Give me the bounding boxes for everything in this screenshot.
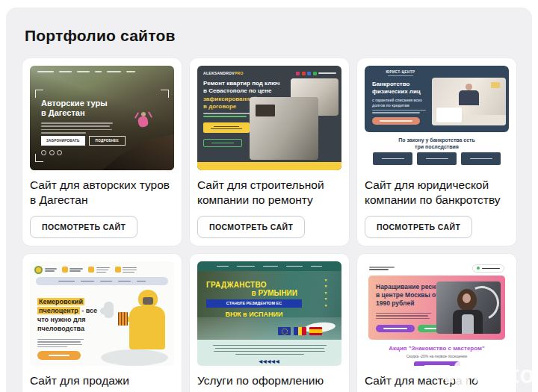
view-site-button[interactable]: ПОСМОТРЕТЬ САЙТ [197,216,305,238]
master-photo [436,281,501,334]
portfolio-card-renovation: ALEKSANDROVPRO Ремонт квартир под ключ в… [190,58,349,246]
view-site-button[interactable]: ПОСМОТРЕТЬ САЙТ [30,216,137,238]
thumb-headline: Кемеровский пчелоцентр - все что нужно д… [37,297,97,334]
location-icon [62,267,68,273]
portfolio-grid: Авторские туры в Дагестан ЗАБРОНИРОВАТЬ … [22,58,516,392]
promo-subtitle: Скидка -20% на первое посещение [365,354,509,358]
thumb-text-placeholder [372,110,426,113]
thumb-more-button: ПОДРОБНЕЕ [89,136,126,146]
site-thumbnail-residence[interactable]: ГРАДЖАНСТВО в РУМЫНИИ СТАНЬТЕ РЕЗИДЕНТОМ… [197,261,341,366]
corner-bracket-icon [161,90,169,98]
thumb-logo-icon [34,266,43,274]
thumb-nav-placeholder [37,71,167,72]
thumb-calc-button [203,122,250,133]
site-thumbnail-beekeeping[interactable]: Кемеровский пчелоцентр - все что нужно д… [30,261,174,366]
thumb-book-button: ЗАБРОНИРОВАТЬ [41,136,85,146]
phone-pill [472,264,504,273]
card-title: Услуги по оформлению ВНЖ Испании [197,373,341,392]
portfolio-card-lashes: Наращивание ресниц в центре Москвы от 19… [357,254,516,392]
feature-boxes [365,152,509,165]
site-thumbnail-lashes[interactable]: Наращивание ресниц в центре Москвы от 19… [365,261,509,366]
thumb-header [30,261,174,274]
thumb-headline: Наращивание ресниц в центре Москвы от 19… [376,283,444,308]
hero-photo: ГРАДЖАНСТВО в РУМЫНИИ СТАНЬТЕ РЕЗИДЕНТОМ… [197,271,341,340]
thumb-subheadline: с гарантией списания всех долгов по кред… [372,98,422,108]
social-icons [296,72,336,75]
romania-flag-icon [294,327,306,335]
promo-title: Акция "Знакомство с мастером" [365,345,509,352]
thumb-section-text: По закону у банкротства есть три последс… [365,137,509,150]
thumb-headline2: ВНЖ в ИСПАНИИ [206,311,302,318]
thumb-green-button [203,139,242,147]
left-arrows-icon: ◀◀◀◀◀ [259,358,279,364]
card-title: Сайт для продажи товаров пчеловодства [30,373,174,392]
thumb-calc-button [376,325,415,332]
thumb-text-placeholder [37,339,84,348]
thumb-band: СТАНЬТЕ РЕЗИДЕНТОМ ЕС [206,299,302,308]
view-site-button[interactable]: ПОСМОТРЕТЬ САЙТ [365,216,472,238]
eu-flag-icon [278,327,291,335]
thumb-nav-placeholder [36,277,168,285]
thumb-text-placeholder [376,313,431,319]
card-title: Сайт для юридической компании по банкрот… [365,178,509,208]
thumb-logo: ЮРИСТ-ЦЕНТР [365,70,436,76]
thumb-phone-button [37,351,81,360]
vk-icon [307,72,311,75]
clock-icon [88,267,94,273]
thumb-text-placeholder [41,122,113,134]
portfolio-card-bankruptcy: ЮРИСТ-ЦЕНТР Банкротство физических лиц с… [357,58,516,246]
lawyer-photo [432,78,506,125]
thumb-logo: ALEKSANDROVPRO [203,71,244,75]
thumb-headline: Авторские туры в Дагестан [41,99,108,118]
spain-flag-icon [309,327,322,335]
phone-placeholder [318,72,336,74]
thumb-headline: ГРАДЖАНСТВО [206,281,302,289]
portfolio-card-tours: Авторские туры в Дагестан ЗАБРОНИРОВАТЬ … [22,58,182,246]
thumb-header [365,261,509,274]
accent-bar [197,162,341,170]
portfolio-section: Портфолио сайтов Авторские туры в Д [6,7,532,392]
site-thumbnail-tours[interactable]: Авторские туры в Дагестан ЗАБРОНИРОВАТЬ … [30,66,174,170]
card-title: Сайт для авторских туров в Дагестан [30,178,174,208]
thumb-cta-button [372,117,420,125]
promo-button [414,361,460,366]
mountain-rock-shape [102,128,174,170]
person-figure [135,112,152,133]
corner-bracket-icon [35,90,43,98]
hero-panel: Наращивание ресниц в центре Москвы от 19… [368,276,505,340]
down-arrows-icon: ▼ ▼ ▼ ▼ ▼ [322,277,330,309]
page-title: Портфолио сайтов [25,27,516,45]
site-thumbnail-bankruptcy[interactable]: ЮРИСТ-ЦЕНТР Банкротство физических лиц с… [365,66,509,170]
instagram-icon [296,72,300,75]
phone-icon [115,267,121,273]
social-icons [41,150,62,155]
youtube-icon [302,72,306,75]
beekeeper-illustration [99,285,171,366]
status-dot-icon [477,267,480,270]
thumb-nav-placeholder [197,261,341,271]
card-title: Сайт для мастера по наращиванию ресниц [365,373,509,392]
interior-photo [250,97,318,160]
portfolio-screen: Портфолио сайтов Авторские туры в Д [0,0,538,392]
thumb-headline: Ремонт квартир под ключ в Севастополе по… [203,80,279,95]
site-thumbnail-renovation[interactable]: ALEKSANDROVPRO Ремонт квартир под ключ в… [197,66,341,170]
thumb-headline: Банкротство физических лиц [372,81,421,96]
card-title: Сайт для строительной компании по ремонт… [197,178,341,208]
portfolio-card-beekeeping: Кемеровский пчелоцентр - все что нужно д… [22,254,182,392]
portfolio-card-residence: ГРАДЖАНСТВО в РУМЫНИИ СТАНЬТЕ РЕЗИДЕНТОМ… [190,254,349,392]
thumb-text-placeholder: ◀◀◀◀◀ [197,340,341,364]
whatsapp-icon [313,72,317,75]
